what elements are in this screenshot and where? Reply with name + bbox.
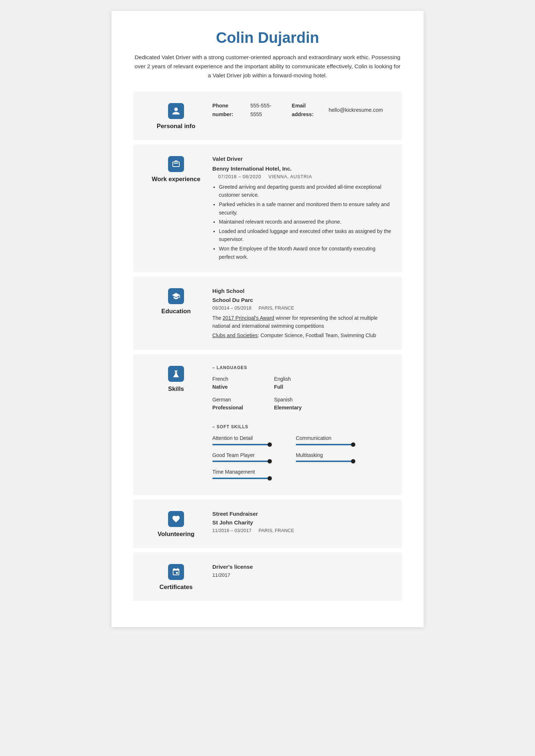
job-title: Valet Driver [212, 155, 392, 163]
skill-bar-multitasking [296, 461, 354, 462]
heart-icon [168, 511, 184, 527]
heart-svg [172, 515, 180, 523]
skills-content: – LANGUAGES French Native English Full G… [209, 364, 392, 485]
badge-svg [172, 568, 180, 576]
job-dates: 07/2018 – 08/2020 [218, 174, 261, 179]
skill-bar-attention [212, 444, 270, 445]
bullet-1: Greeted arriving and departing guests an… [219, 183, 392, 199]
lang-name-french: French [212, 375, 260, 383]
education-content: High School School Du Parc 09/2014 – 05/… [209, 287, 392, 339]
edu-award: The 2017 Principal's Award winner for re… [212, 314, 392, 330]
graduation-svg [172, 292, 180, 301]
skill-fill-multitasking [296, 461, 354, 462]
work-experience-label: Work experience [152, 176, 200, 183]
vol-meta: 11/2016 – 03/2017 PARIS, FRANCE [212, 527, 392, 535]
skill-dot-time-management [268, 476, 272, 481]
edu-location: PARIS, FRANCE [258, 305, 294, 311]
edu-degree: High School [212, 287, 392, 295]
phone-value: 555-555-5555 [250, 102, 280, 118]
person-icon [168, 103, 184, 119]
skills-section: Skills – LANGUAGES French Native English… [133, 354, 402, 495]
cert-date: 11/2017 [212, 571, 392, 579]
languages-section: – LANGUAGES French Native English Full G… [212, 364, 392, 416]
clubs-link: Clubs and Societies [212, 332, 258, 338]
bullet-4: Loaded and unloaded luggage and executed… [219, 227, 392, 244]
bullet-2: Parked vehicles in a safe manner and mon… [219, 200, 392, 217]
skill-attention: Attention to Detail [212, 434, 285, 445]
skill-name-communication: Communication [296, 434, 368, 442]
bullet-3: Maintained relevant records and answered… [219, 218, 392, 226]
award-link[interactable]: 2017 Principal's Award [222, 315, 274, 321]
work-experience-content: Valet Driver Benny International Hotel, … [209, 155, 392, 262]
lang-level-english: Full [274, 383, 321, 391]
graduation-icon [168, 288, 184, 304]
resume-container: Colin Dujardin Dedicated Valet Driver wi… [111, 11, 424, 627]
lang-level-french: Native [212, 383, 260, 391]
skills-label: Skills [168, 385, 184, 393]
personal-info-label: Personal info [157, 123, 195, 130]
skill-dot-communication [351, 442, 355, 447]
edu-school-name: School Du Parc [212, 296, 392, 305]
skill-name-team-player: Good Team Player [212, 451, 285, 459]
lang-english: English Full [274, 375, 321, 391]
briefcase-svg [172, 160, 180, 168]
vol-org: St John Charity [212, 518, 392, 527]
soft-skills-header: – SOFT SKILLS [212, 424, 392, 430]
phone-label: Phone number: [212, 102, 248, 118]
cert-title: Driver's license [212, 563, 392, 571]
flask-svg [172, 369, 180, 378]
lang-name-german: German [212, 396, 260, 404]
personal-info-content: Phone number: 555-555-5555 Email address… [209, 102, 392, 118]
job-meta: 07/2018 – 08/2020 VIENNA, AUSTRIA [212, 173, 392, 181]
candidate-name: Colin Dujardin [133, 29, 402, 46]
skill-bar-team-player [212, 461, 270, 462]
briefcase-icon [168, 156, 184, 172]
education-label: Education [161, 308, 191, 315]
resume-header: Colin Dujardin Dedicated Valet Driver wi… [133, 29, 402, 80]
volunteering-content: Street Fundraiser St John Charity 11/201… [209, 510, 392, 535]
skill-name-multitasking: Multitasking [296, 451, 368, 459]
skill-time-management: Time Management [212, 468, 285, 479]
skill-fill-team-player [212, 461, 270, 462]
certificates-section: Certificates Driver's license 11/2017 [133, 552, 402, 601]
vol-title: Street Fundraiser [212, 510, 392, 518]
skill-bar-communication [296, 444, 354, 445]
work-experience-left: Work experience [143, 155, 209, 183]
skills-left: Skills [143, 364, 209, 393]
volunteering-left: Volunteering [143, 510, 209, 538]
volunteering-label: Volunteering [158, 531, 194, 538]
skill-dot-attention [268, 442, 272, 447]
candidate-summary: Dedicated Valet Driver with a strong cus… [133, 53, 402, 80]
skill-team-player: Good Team Player [212, 451, 285, 462]
lang-spanish: Spanish Elementary [274, 396, 321, 412]
lang-level-spanish: Elementary [274, 404, 321, 412]
languages-header: – LANGUAGES [212, 364, 392, 371]
skill-dot-multitasking [351, 459, 355, 463]
skill-fill-time-management [212, 478, 270, 479]
flask-icon [168, 366, 184, 382]
skill-name-time-management: Time Management [212, 468, 285, 476]
work-experience-section: Work experience Valet Driver Benny Inter… [133, 144, 402, 272]
personal-info-row: Phone number: 555-555-5555 Email address… [212, 102, 392, 118]
vol-location: PARIS, FRANCE [258, 528, 294, 533]
lang-german: German Professional [212, 396, 260, 412]
certificates-left: Certificates [143, 563, 209, 591]
edu-meta: 09/2014 – 05/2018 PARIS, FRANCE [212, 305, 392, 312]
soft-skills-section: – SOFT SKILLS Attention to Detail Commun… [212, 424, 392, 485]
skill-fill-attention [212, 444, 270, 445]
volunteering-section: Volunteering Street Fundraiser St John C… [133, 499, 402, 548]
person-svg [172, 107, 180, 115]
education-section: Education High School School Du Parc 09/… [133, 277, 402, 350]
certificates-label: Certificates [159, 584, 192, 591]
job-location: VIENNA, AUSTRIA [269, 174, 312, 179]
job-bullets-list: Greeted arriving and departing guests an… [212, 183, 392, 261]
languages-grid: French Native English Full German Profes… [212, 375, 392, 417]
email-label: Email address: [292, 102, 326, 118]
skill-communication: Communication [296, 434, 368, 445]
skill-dot-team-player [268, 459, 272, 463]
skill-fill-communication [296, 444, 354, 445]
lang-french: French Native [212, 375, 260, 391]
lang-name-english: English [274, 375, 321, 383]
certificates-content: Driver's license 11/2017 [209, 563, 392, 579]
soft-skills-grid: Attention to Detail Communication [212, 434, 392, 485]
